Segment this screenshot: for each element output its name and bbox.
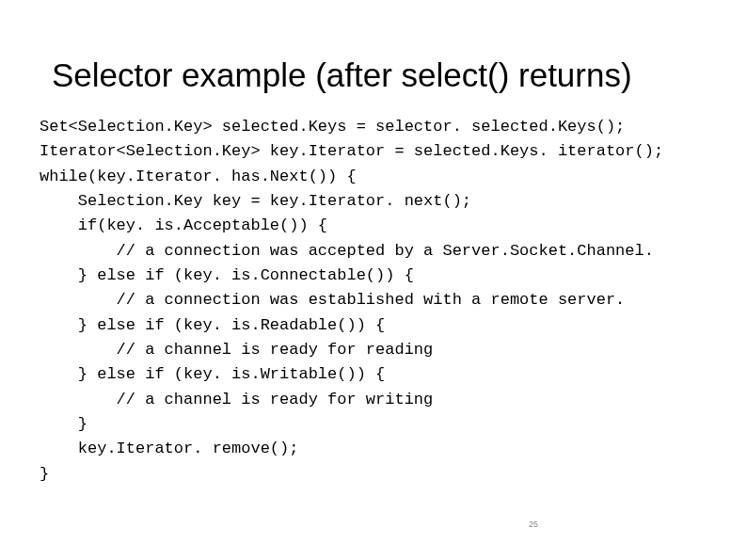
slide-title: Selector example (after select() returns… <box>52 56 709 94</box>
page-number: 25 <box>529 520 538 529</box>
code-block: Set<Selection.Key> selected.Keys = selec… <box>40 115 709 487</box>
slide-content: Selector example (after select() returns… <box>0 0 747 487</box>
